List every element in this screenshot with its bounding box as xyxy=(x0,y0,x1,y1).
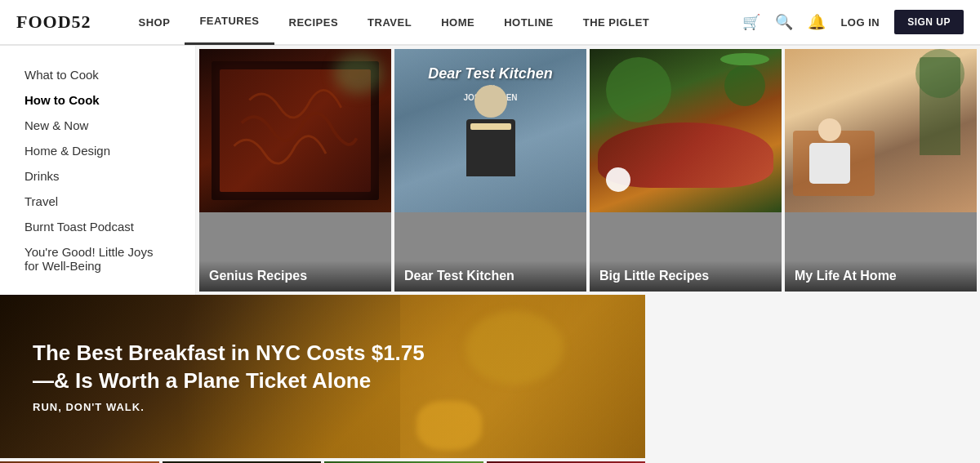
header-icons: 🛒 🔍 🔔 Log In SIGN UP xyxy=(742,10,964,34)
main-nav: SHOP FEATURES RECIPES TRAVEL HOME HOTLIN… xyxy=(124,0,743,45)
feature-card-dear-test-kitchen-label: Dear Test Kitchen xyxy=(394,260,586,292)
nav-home[interactable]: HOME xyxy=(426,0,489,45)
sidebar-item-burnt-toast[interactable]: Burnt Toast Podcast xyxy=(24,214,171,239)
nav-shop[interactable]: SHOP xyxy=(124,0,185,45)
signup-button[interactable]: SIGN UP xyxy=(894,10,964,34)
logo[interactable]: FOOD52 xyxy=(16,11,91,33)
sidebar-item-drinks[interactable]: Drinks xyxy=(24,163,171,189)
cart-icon[interactable]: 🛒 xyxy=(742,13,760,31)
search-icon[interactable]: 🔍 xyxy=(775,13,793,31)
nav-hotline[interactable]: HOTLINE xyxy=(489,0,568,45)
feature-card-genius-recipes[interactable]: Genius Recipes xyxy=(199,49,391,292)
header: FOOD52 SHOP FEATURES RECIPES TRAVEL HOME… xyxy=(0,0,980,45)
feature-card-big-little-recipes-label: Big Little Recipes xyxy=(590,260,782,292)
nav-travel[interactable]: TRAVEL xyxy=(353,0,426,45)
feature-card-genius-recipes-label: Genius Recipes xyxy=(199,260,391,292)
feature-card-big-little-recipes[interactable]: Big Little Recipes xyxy=(590,49,782,292)
sidebar-item-home-design[interactable]: Home & Design xyxy=(24,138,171,163)
feature-card-my-life-at-home[interactable]: My Life At Home xyxy=(785,49,977,292)
nav-features[interactable]: FEATURES xyxy=(185,0,274,45)
hero-subtitle: RUN, DON'T WALK. xyxy=(33,401,425,413)
feature-card-dear-test-kitchen[interactable]: Dear Test Kitchen with JOSH COHEN Dear T… xyxy=(394,49,586,292)
main-content: The Best Breakfast in NYC Costs $1.75—& … xyxy=(0,295,980,463)
notification-icon[interactable]: 🔔 xyxy=(808,13,826,31)
sidebar-item-youre-good[interactable]: You're Good! Little Joys for Well-Being xyxy=(24,239,171,278)
sidebar-item-travel[interactable]: Travel xyxy=(24,189,171,214)
sidebar-item-new-and-now[interactable]: New & Now xyxy=(24,113,171,138)
nav-recipes[interactable]: RECIPES xyxy=(274,0,354,45)
hero-title: The Best Breakfast in NYC Costs $1.75—& … xyxy=(33,340,425,395)
feature-cards-grid: Genius Recipes Dear Test Kitchen wit xyxy=(196,46,980,295)
dropdown-sidebar: What to Cook How to Cook New & Now Home … xyxy=(0,46,196,295)
page-wrapper: FOOD52 SHOP FEATURES RECIPES TRAVEL HOME… xyxy=(0,0,980,463)
hero-text: The Best Breakfast in NYC Costs $1.75—& … xyxy=(0,315,457,439)
hero-banner[interactable]: The Best Breakfast in NYC Costs $1.75—& … xyxy=(0,295,645,458)
feature-card-my-life-at-home-label: My Life At Home xyxy=(785,260,977,292)
sidebar-item-what-to-cook[interactable]: What to Cook xyxy=(24,62,171,87)
nav-the-piglet[interactable]: THE PIGLET xyxy=(568,0,665,45)
sidebar-item-how-to-cook[interactable]: How to Cook xyxy=(24,87,171,113)
hero-section: The Best Breakfast in NYC Costs $1.75—& … xyxy=(0,295,645,463)
login-link[interactable]: Log In xyxy=(840,16,880,29)
dropdown-overlay: What to Cook How to Cook New & Now Home … xyxy=(0,45,980,295)
